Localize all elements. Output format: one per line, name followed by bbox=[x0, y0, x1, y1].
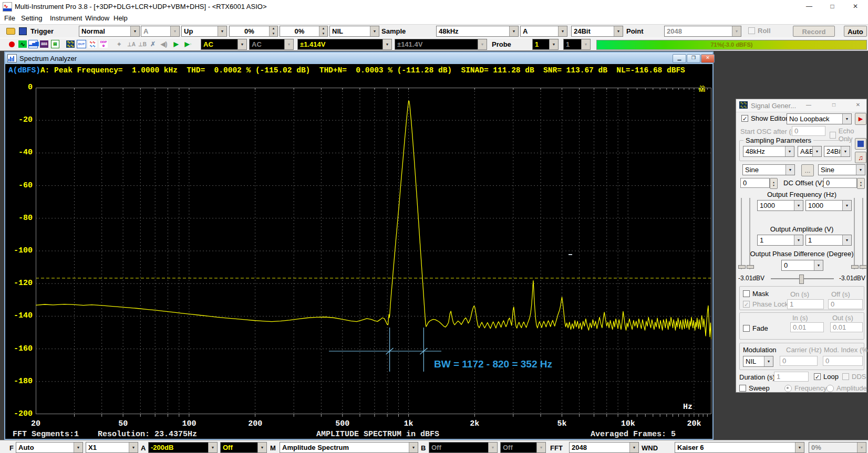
b-ref-combo[interactable]: Off▼ bbox=[500, 442, 546, 453]
record-icon[interactable] bbox=[6, 39, 17, 49]
fader-handle[interactable] bbox=[860, 265, 867, 269]
range-a-combo[interactable]: ±1.414V▼ bbox=[297, 39, 392, 50]
maximize-icon[interactable]: □ bbox=[829, 102, 839, 109]
dc-offset-a-input[interactable]: 0 bbox=[740, 178, 770, 188]
mask-on-input[interactable]: 1 bbox=[787, 299, 824, 309]
carrier-input[interactable]: 0 bbox=[780, 356, 818, 366]
waveform-a-combo[interactable]: Sine▼ bbox=[742, 164, 795, 175]
range-b-combo[interactable]: ±141.4V▼ bbox=[395, 39, 487, 50]
roll-checkbox[interactable]: Roll bbox=[748, 27, 771, 35]
minimize-icon[interactable]: — bbox=[803, 102, 814, 109]
music-note-icon[interactable]: ♫ bbox=[855, 152, 866, 163]
spectrum-plot[interactable] bbox=[36, 88, 711, 418]
fade-in-input[interactable]: 0.01 bbox=[790, 322, 824, 332]
points-combo[interactable]: 2048▼ bbox=[664, 26, 741, 37]
save-icon[interactable] bbox=[17, 26, 28, 36]
marker-a-icon[interactable]: ⊥A bbox=[126, 39, 137, 49]
calibration-icon[interactable]: ⌖ bbox=[114, 39, 125, 49]
start-osc-input[interactable]: 0 bbox=[792, 126, 825, 136]
spectrum-analyzer-icon[interactable]: ▂▅▇ bbox=[28, 39, 38, 49]
maximize-icon[interactable]: □ bbox=[821, 0, 844, 13]
mask-checkbox[interactable]: Mask bbox=[743, 290, 769, 298]
sweep-frequency-radio[interactable]: Frequency bbox=[784, 384, 826, 392]
bit-depth-combo[interactable]: 24Bit▼ bbox=[571, 26, 623, 37]
dds-checkbox[interactable]: DDS bbox=[842, 373, 866, 381]
waveform-b-combo[interactable]: Sine▼ bbox=[818, 164, 865, 175]
close-icon[interactable]: ✕ bbox=[701, 54, 715, 63]
phase-lock-checkbox[interactable]: ✓Phase Lock bbox=[743, 300, 788, 308]
mode-combo[interactable]: Amplitude Spectrum▼ bbox=[280, 442, 418, 453]
trigger-edge-combo[interactable]: Up▼ bbox=[181, 26, 227, 37]
trigger-delay-spinner[interactable]: 0%▲▼ bbox=[280, 26, 328, 37]
speaker-icon[interactable]: ◀) bbox=[159, 39, 169, 49]
oscilloscope-icon[interactable]: ∿ bbox=[17, 39, 28, 49]
fade-checkbox[interactable]: Fade bbox=[743, 324, 768, 332]
data-logger-icon[interactable]: ▤ bbox=[50, 39, 60, 49]
menu-window[interactable]: Window bbox=[85, 14, 109, 22]
run-icon[interactable]: ▶ bbox=[171, 39, 181, 49]
probe-a-combo[interactable]: 1▼ bbox=[532, 39, 559, 50]
derived-series-icon[interactable]: ∿∿∿∿ bbox=[87, 39, 98, 49]
spectrum-title-bar[interactable]: Spectrum Analyzer ▁ ❐ ✕ bbox=[5, 52, 712, 64]
dc-offset-b-spinner[interactable]: ▲▼ bbox=[857, 178, 865, 189]
close-icon[interactable]: ✕ bbox=[844, 0, 867, 13]
gen-bits-combo[interactable]: 24Bit▼ bbox=[824, 146, 850, 157]
menu-file[interactable]: File bbox=[4, 14, 15, 22]
marker-b-icon[interactable]: ⊥B bbox=[137, 39, 148, 49]
balance-slider-handle[interactable] bbox=[799, 275, 804, 284]
fader-handle[interactable] bbox=[747, 265, 754, 269]
fade-out-input[interactable]: 0.01 bbox=[830, 322, 863, 332]
probe-b-combo[interactable]: 1▼ bbox=[563, 39, 591, 50]
multimeter-icon[interactable]: 888 bbox=[39, 39, 49, 49]
start-generator-button[interactable]: ▶ bbox=[855, 113, 866, 125]
signal-generator-icon[interactable]: ∿∿∿∿ bbox=[65, 39, 76, 49]
trigger-level-spinner[interactable]: 0%▲▼ bbox=[229, 26, 278, 37]
menu-help[interactable]: Help bbox=[113, 14, 128, 22]
open-file-icon[interactable] bbox=[5, 26, 16, 36]
dut-icon[interactable]: DUT bbox=[76, 39, 87, 49]
trigger-source-combo[interactable]: A▼ bbox=[141, 26, 180, 37]
run-loop-icon[interactable]: ▶○ bbox=[183, 39, 193, 49]
gen-sample-rate-combo[interactable]: 48kHz▼ bbox=[743, 146, 794, 157]
duration-input[interactable]: 1 bbox=[774, 372, 809, 382]
trigger-mode-combo[interactable]: Normal▼ bbox=[79, 26, 140, 37]
loop-checkbox[interactable]: ✓Loop bbox=[814, 373, 839, 381]
frequency-b-combo[interactable]: 1000▼ bbox=[805, 200, 852, 211]
auto-button[interactable]: Auto bbox=[844, 26, 867, 37]
save-signal-icon[interactable] bbox=[855, 138, 866, 150]
dc-offset-a-spinner[interactable]: ▲▼ bbox=[770, 178, 778, 189]
level-fader-a-left[interactable] bbox=[741, 198, 742, 269]
restore-icon[interactable]: ❐ bbox=[687, 54, 700, 63]
hpf-combo[interactable]: NIL▼ bbox=[329, 26, 379, 37]
window-function-combo[interactable]: Kaiser 6▼ bbox=[675, 442, 804, 453]
frequency-a-combo[interactable]: 1000▼ bbox=[757, 200, 803, 211]
record-button[interactable]: Record bbox=[793, 26, 835, 37]
modulation-combo[interactable]: NIL▼ bbox=[743, 356, 773, 367]
level-fader-a-right[interactable] bbox=[854, 198, 855, 269]
show-editor-checkbox[interactable]: ✓Show Editor bbox=[741, 114, 788, 122]
level-fader-b-left[interactable] bbox=[749, 198, 750, 269]
minimize-icon[interactable]: — bbox=[798, 0, 821, 13]
fft-size-combo[interactable]: 2048▼ bbox=[569, 442, 639, 453]
mask-off-input[interactable]: 0 bbox=[828, 299, 863, 309]
sample-channel-combo[interactable]: A▼ bbox=[520, 26, 567, 37]
a-range-combo[interactable]: -200dB▼ bbox=[148, 442, 218, 453]
amplitude-a-combo[interactable]: 1▼ bbox=[757, 235, 803, 246]
sweep-checkbox[interactable]: Sweep bbox=[739, 384, 770, 392]
mod-index-input[interactable]: 0 bbox=[823, 356, 863, 366]
loopback-combo[interactable]: No Loopback▼ bbox=[787, 113, 852, 124]
close-icon[interactable]: ✕ bbox=[853, 102, 863, 109]
probe-calibration-icon[interactable]: ✗ bbox=[148, 39, 158, 49]
zoom-combo[interactable]: X1▼ bbox=[86, 442, 138, 453]
menu-instrument[interactable]: Instrument bbox=[50, 14, 82, 22]
frequency-range-combo[interactable]: Auto▼ bbox=[16, 442, 83, 453]
sweep-amplitude-radio[interactable]: Amplitude bbox=[826, 384, 867, 392]
bandwidth-marker-lines[interactable] bbox=[329, 328, 441, 372]
generator-title-bar[interactable]: ∿∿∿∿ Signal Gener... — □ ✕ bbox=[736, 99, 866, 112]
gen-channels-combo[interactable]: A&B▼ bbox=[798, 146, 822, 157]
fader-handle[interactable] bbox=[851, 265, 859, 269]
fader-handle[interactable] bbox=[738, 265, 746, 269]
dc-offset-b-input[interactable]: 0 bbox=[823, 178, 857, 188]
amplitude-b-combo[interactable]: 1▼ bbox=[805, 235, 852, 246]
coupling-a-combo[interactable]: AC▼ bbox=[201, 39, 247, 50]
